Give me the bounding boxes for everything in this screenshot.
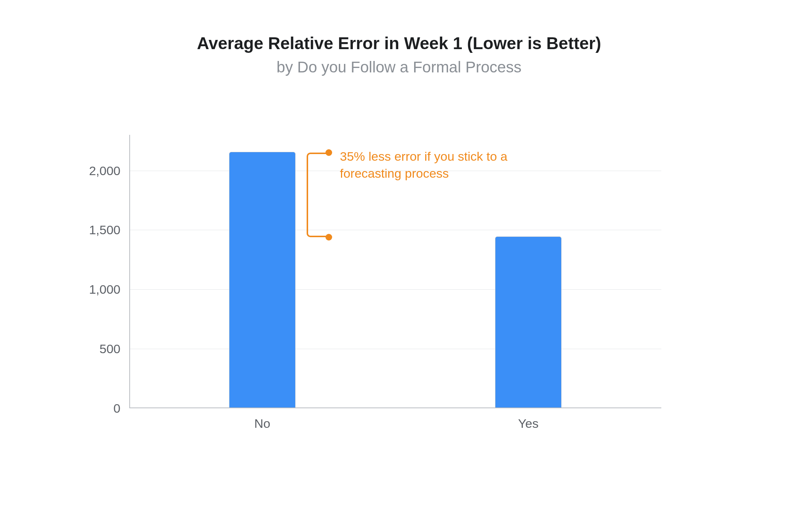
annotation-dot [325, 234, 332, 241]
y-tick-label: 2,000 [89, 163, 120, 178]
annotation-text: 35% less error if you stick to a forecas… [340, 148, 532, 182]
y-tick-label: 1,500 [89, 223, 120, 237]
annotation-dot [325, 149, 332, 156]
x-tick-label: No [254, 416, 270, 431]
bar [229, 152, 296, 407]
y-axis-line [129, 135, 130, 408]
chart-title: Average Relative Error in Week 1 (Lower … [0, 33, 798, 53]
gridline [130, 289, 661, 290]
chart-header: Average Relative Error in Week 1 (Lower … [0, 33, 798, 76]
annotation-bracket [307, 153, 329, 237]
y-tick-label: 0 [113, 401, 120, 416]
gridline [130, 230, 661, 230]
x-axis-line [129, 407, 661, 408]
bar [495, 236, 562, 407]
y-tick-label: 1,000 [89, 282, 120, 297]
plot-area: 05001,0001,5002,000NoYes35% less error i… [129, 135, 661, 408]
y-tick-label: 500 [99, 342, 120, 356]
gridline [130, 349, 661, 349]
x-tick-label: Yes [518, 416, 538, 431]
chart-container: Average Relative Error in Week 1 (Lower … [0, 0, 798, 532]
chart-subtitle: by Do you Follow a Formal Process [0, 58, 798, 76]
